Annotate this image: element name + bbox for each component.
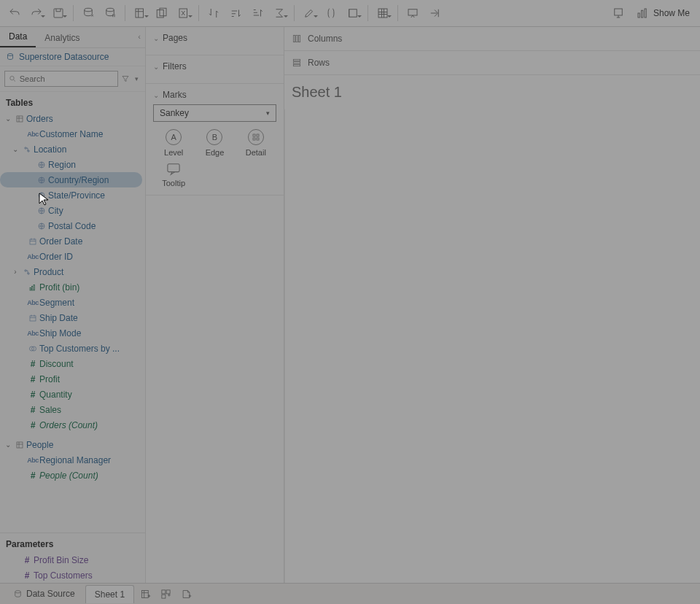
mark-tooltip-button[interactable]: Tooltip	[153, 163, 194, 187]
tab-sheet-1[interactable]: Sheet 1	[85, 585, 134, 603]
field-regional-manager[interactable]: AbcRegional Manager	[0, 452, 145, 468]
field-people-count[interactable]: #People (Count)	[0, 468, 145, 483]
sort-desc-button[interactable]	[247, 3, 268, 23]
parameters-section: Parameters #Profit Bin Size #Top Custome…	[0, 533, 145, 583]
show-me-label: Show Me	[653, 8, 690, 18]
param-profit-bin-size[interactable]: #Profit Bin Size	[0, 552, 145, 568]
svg-rect-32	[253, 138, 255, 140]
field-order-date[interactable]: Order Date	[0, 233, 145, 249]
tab-analytics[interactable]: Analytics	[36, 28, 88, 47]
duplicate-button[interactable]	[152, 3, 172, 23]
filters-shelf[interactable]: ⌄Filters	[146, 55, 284, 84]
table-people[interactable]: ⌄ People	[0, 437, 145, 452]
marks-card: ⌄Marks Sankey ▾ ALevel BEdge Detail Tool…	[146, 84, 284, 195]
guide-button[interactable]	[608, 3, 629, 23]
fields-menu-icon[interactable]: ▾	[133, 75, 141, 82]
svg-point-14	[8, 54, 13, 56]
columns-shelf[interactable]: Columns	[284, 27, 700, 51]
show-me-button[interactable]: Show Me	[630, 7, 696, 20]
field-ship-mode[interactable]: AbcShip Mode	[0, 325, 145, 341]
field-product[interactable]: ›Product	[0, 264, 145, 279]
field-postal-code[interactable]: Postal Code	[0, 218, 145, 233]
toolbar-sep	[397, 5, 398, 21]
share-button[interactable]	[424, 3, 445, 23]
columns-label: Columns	[308, 34, 342, 44]
svg-rect-30	[253, 134, 255, 136]
field-order-id[interactable]: AbcOrder ID	[0, 249, 145, 264]
search-field[interactable]	[20, 74, 114, 83]
svg-rect-43	[161, 589, 165, 593]
mark-edge-button[interactable]: BEdge	[194, 129, 235, 157]
svg-rect-45	[161, 595, 165, 598]
field-ship-date[interactable]: Ship Date	[0, 310, 145, 325]
field-orders-count[interactable]: #Orders (Count)	[0, 417, 145, 433]
new-story-tab-button[interactable]	[176, 586, 195, 602]
totals-button[interactable]	[269, 3, 289, 23]
new-datasource-button[interactable]	[78, 3, 98, 23]
field-country-region[interactable]: Country/Region	[0, 172, 142, 187]
group-button[interactable]	[321, 3, 341, 23]
new-worksheet-button[interactable]	[130, 3, 150, 23]
redo-button[interactable]	[26, 3, 47, 23]
rows-shelf[interactable]: Rows	[284, 51, 700, 75]
svg-rect-5	[160, 8, 166, 16]
svg-rect-22	[30, 239, 36, 244]
fit-button[interactable]	[373, 3, 393, 23]
pages-shelf[interactable]: ⌄Pages	[146, 27, 284, 55]
svg-rect-36	[296, 35, 298, 42]
new-dashboard-tab-button[interactable]	[156, 586, 175, 602]
svg-rect-16	[17, 116, 23, 122]
filter-icon[interactable]	[121, 74, 130, 83]
field-profit-bin[interactable]: Profit (bin)	[0, 279, 145, 295]
clear-button[interactable]	[174, 3, 194, 23]
sheet-title[interactable]: Sheet 1	[284, 75, 700, 109]
filters-label: Filters	[163, 61, 187, 71]
field-location[interactable]: ⌄Location	[0, 142, 145, 157]
view-canvas[interactable]	[284, 109, 700, 583]
top-toolbar: Show Me	[0, 0, 700, 27]
datasource-row[interactable]: Superstore Datasource	[0, 48, 145, 66]
field-sales[interactable]: #Sales	[0, 402, 145, 417]
field-city[interactable]: City	[0, 203, 145, 218]
field-quantity[interactable]: #Quantity	[0, 387, 145, 402]
highlight-button[interactable]	[299, 3, 319, 23]
svg-point-2	[106, 8, 114, 12]
field-top-customers[interactable]: Top Customers by ...	[0, 341, 145, 356]
svg-rect-0	[54, 9, 63, 18]
svg-rect-33	[257, 138, 259, 140]
svg-point-15	[10, 76, 14, 80]
table-orders[interactable]: ⌄ Orders	[0, 111, 145, 126]
undo-button[interactable]	[4, 3, 25, 23]
save-button[interactable]	[48, 3, 69, 23]
search-input[interactable]	[4, 71, 118, 87]
cursor-icon	[39, 193, 49, 208]
labels-button[interactable]	[343, 3, 363, 23]
datasource-name: Superstore Datasource	[19, 52, 109, 62]
svg-rect-38	[293, 59, 300, 61]
tab-data-source[interactable]: Data Source	[4, 585, 84, 603]
param-top-customers[interactable]: #Top Customers	[0, 568, 145, 583]
rows-label: Rows	[308, 58, 330, 68]
field-customer-name[interactable]: AbcCustomer Name	[0, 126, 145, 142]
pause-updates-button[interactable]	[100, 3, 120, 23]
svg-rect-39	[293, 62, 300, 63]
swap-button[interactable]	[203, 3, 224, 23]
tab-data[interactable]: Data	[0, 27, 36, 47]
field-discount[interactable]: #Discount	[0, 356, 145, 371]
mark-level-button[interactable]: ALevel	[153, 129, 194, 157]
svg-rect-13	[645, 9, 646, 18]
field-region[interactable]: Region	[0, 157, 145, 172]
search-icon	[9, 74, 17, 83]
field-profit[interactable]: #Profit	[0, 371, 145, 387]
new-worksheet-tab-button[interactable]	[136, 586, 155, 602]
svg-rect-35	[293, 35, 295, 42]
svg-rect-24	[32, 286, 34, 290]
collapse-icon[interactable]: ‹	[138, 32, 141, 41]
field-segment[interactable]: AbcSegment	[0, 295, 145, 310]
mark-type-select[interactable]: Sankey ▾	[153, 104, 276, 122]
sort-asc-button[interactable]	[225, 3, 246, 23]
presentation-button[interactable]	[402, 3, 423, 23]
bottom-tabs: Data Source Sheet 1	[0, 583, 700, 604]
mark-detail-button[interactable]: Detail	[236, 129, 276, 157]
field-state-province[interactable]: State/Province	[0, 187, 145, 203]
